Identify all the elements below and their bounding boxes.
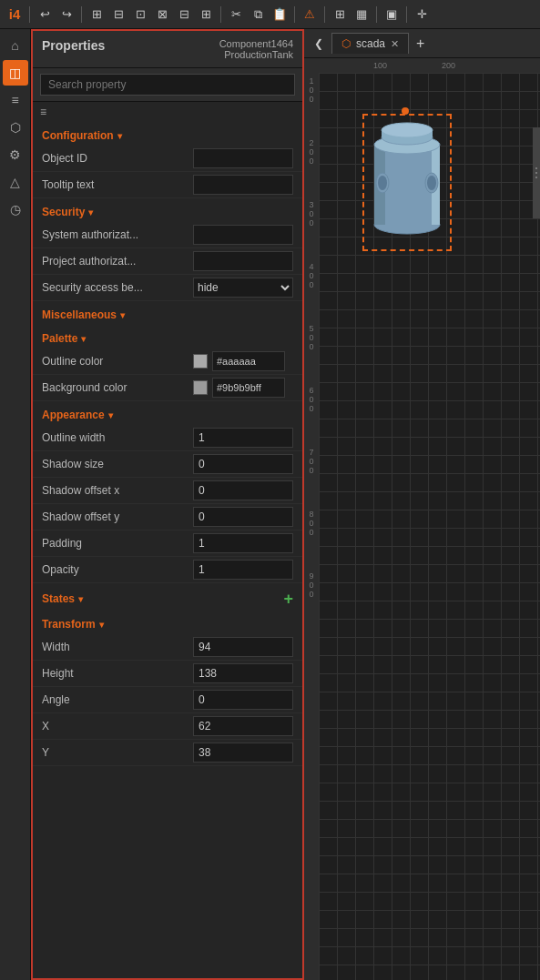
x-input[interactable] bbox=[193, 716, 293, 736]
prop-security-access-label: Security access be... bbox=[42, 281, 193, 294]
prop-outline-color-label: Outline color bbox=[42, 355, 193, 368]
canvas-tab-close-icon[interactable]: ✕ bbox=[391, 38, 399, 50]
object-id-input[interactable] bbox=[193, 148, 293, 168]
canvas-grid[interactable] bbox=[319, 73, 540, 980]
prop-outline-width-value bbox=[193, 428, 293, 448]
properties-panel: Properties Component1464 ProductionTank … bbox=[31, 29, 304, 980]
prop-shadow-offset-y-value bbox=[193, 507, 293, 527]
prop-outline-color-value bbox=[193, 351, 293, 371]
width-input[interactable] bbox=[193, 637, 293, 657]
prop-angle-value bbox=[193, 690, 293, 710]
ruler-v-100: 100 bbox=[309, 76, 313, 104]
tooltip-input[interactable] bbox=[193, 175, 293, 195]
section-security[interactable]: Security bbox=[33, 198, 302, 222]
iconbar-layers[interactable]: ≡ bbox=[3, 87, 28, 113]
sys-auth-input[interactable] bbox=[193, 225, 293, 245]
outline-color-swatch[interactable] bbox=[193, 354, 208, 369]
prop-opacity-label: Opacity bbox=[42, 563, 193, 576]
align-bottom-icon[interactable]: ⊞ bbox=[197, 5, 215, 24]
y-input[interactable] bbox=[193, 743, 293, 763]
angle-input[interactable] bbox=[193, 690, 293, 710]
crosshair-icon[interactable]: ✛ bbox=[413, 5, 431, 24]
ruler-h-100: 100 bbox=[373, 61, 387, 70]
search-bar-container bbox=[33, 68, 302, 102]
prop-shadow-offset-y-label: Shadow offset y bbox=[42, 510, 193, 523]
prop-width-label: Width bbox=[42, 641, 193, 653]
paste-icon[interactable]: 📋 bbox=[270, 5, 289, 24]
redo-icon[interactable]: ↪ bbox=[57, 5, 76, 24]
component-selection-box[interactable] bbox=[362, 114, 452, 251]
prop-y: Y bbox=[33, 740, 302, 766]
prop-security-access-value: hide show disable bbox=[193, 278, 293, 298]
section-states[interactable]: States bbox=[42, 592, 83, 605]
toolbar-sep-3 bbox=[220, 6, 221, 23]
warning-icon[interactable]: ⚠ bbox=[301, 5, 319, 24]
undo-icon[interactable]: ↩ bbox=[36, 5, 54, 24]
search-input[interactable] bbox=[40, 74, 295, 96]
proj-auth-input[interactable] bbox=[193, 251, 293, 271]
copy-icon[interactable]: ⧉ bbox=[249, 5, 267, 24]
section-states-header: States + bbox=[33, 583, 302, 611]
bg-color-input[interactable] bbox=[212, 378, 285, 398]
canvas-tab-icon: ⬡ bbox=[341, 37, 351, 50]
toolbar-sep-2 bbox=[81, 6, 82, 23]
component-type: ProductionTank bbox=[219, 49, 293, 60]
security-access-select[interactable]: hide show disable bbox=[193, 278, 293, 298]
layout-icon[interactable]: ▦ bbox=[352, 5, 371, 24]
section-palette[interactable]: Palette bbox=[33, 325, 302, 349]
iconbar-clock[interactable]: ◷ bbox=[3, 197, 28, 222]
shadow-offset-y-input[interactable] bbox=[193, 507, 293, 527]
prop-tooltip: Tooltip text bbox=[33, 172, 302, 198]
ruler-h-200: 200 bbox=[442, 61, 455, 70]
height-input[interactable] bbox=[193, 663, 293, 683]
prop-object-id: Object ID bbox=[33, 146, 302, 172]
canvas-add-tab-button[interactable]: + bbox=[416, 35, 424, 52]
padding-input[interactable] bbox=[193, 533, 293, 553]
toolbar-sep-5 bbox=[324, 6, 325, 23]
align-left-icon[interactable]: ⊞ bbox=[87, 5, 106, 24]
outline-color-input[interactable] bbox=[212, 351, 285, 371]
resize-handle-right[interactable] bbox=[533, 127, 540, 218]
iconbar-components[interactable]: ◫ bbox=[3, 60, 28, 86]
align-top-icon[interactable]: ⊠ bbox=[153, 5, 171, 24]
states-add-button[interactable]: + bbox=[283, 591, 293, 607]
resize-dot-1 bbox=[535, 167, 537, 169]
toolbar-sep-1 bbox=[29, 6, 30, 23]
shadow-size-input[interactable] bbox=[193, 454, 293, 474]
cut-icon[interactable]: ✂ bbox=[227, 5, 245, 24]
svg-point-9 bbox=[378, 176, 387, 190]
align-center-h-icon[interactable]: ⊟ bbox=[175, 5, 193, 24]
prop-shadow-size: Shadow size bbox=[33, 451, 302, 478]
iconbar-alert[interactable]: △ bbox=[3, 169, 28, 195]
section-appearance[interactable]: Appearance bbox=[33, 401, 302, 425]
prop-object-id-label: Object ID bbox=[42, 152, 193, 165]
bg-color-swatch[interactable] bbox=[193, 380, 208, 395]
outline-width-input[interactable] bbox=[193, 428, 293, 448]
section-miscellaneous[interactable]: Miscellaneous bbox=[33, 301, 302, 325]
shadow-offset-x-input[interactable] bbox=[193, 480, 293, 500]
panel-align-icon[interactable]: ≡ bbox=[40, 106, 46, 118]
prop-width-value bbox=[193, 637, 293, 657]
color-icon[interactable]: ▣ bbox=[382, 5, 401, 24]
prop-opacity: Opacity bbox=[33, 557, 302, 583]
section-configuration[interactable]: Configuration bbox=[33, 122, 302, 146]
iconbar-hexagon[interactable]: ⬡ bbox=[3, 115, 28, 140]
ruler-vertical: 100 200 300 400 500 600 700 800 900 bbox=[304, 58, 319, 980]
prop-bg-color-value bbox=[193, 378, 293, 398]
section-transform[interactable]: Transform bbox=[33, 611, 302, 634]
prop-shadow-size-label: Shadow size bbox=[42, 458, 193, 470]
canvas-tab-scada[interactable]: ⬡ scada ✕ bbox=[331, 33, 409, 54]
resize-dot-2 bbox=[535, 172, 537, 174]
panel-title: Properties bbox=[42, 38, 105, 53]
main-toolbar: i4 ↩ ↪ ⊞ ⊟ ⊡ ⊠ ⊟ ⊞ ✂ ⧉ 📋 ⚠ ⊞ ▦ ▣ ✛ bbox=[0, 0, 540, 29]
canvas-nav-back-icon[interactable]: ❮ bbox=[310, 35, 328, 53]
align-right-icon[interactable]: ⊡ bbox=[131, 5, 149, 24]
main-area: ⌂ ◫ ≡ ⬡ ⚙ △ ◷ Properties Component1464 P… bbox=[0, 29, 540, 980]
prop-opacity-value bbox=[193, 560, 293, 580]
iconbar-home[interactable]: ⌂ bbox=[3, 33, 28, 58]
align-center-v-icon[interactable]: ⊟ bbox=[109, 5, 127, 24]
grid-icon[interactable]: ⊞ bbox=[331, 5, 349, 24]
iconbar-gear[interactable]: ⚙ bbox=[3, 142, 28, 167]
opacity-input[interactable] bbox=[193, 560, 293, 580]
prop-shadow-offset-x: Shadow offset x bbox=[33, 478, 302, 504]
